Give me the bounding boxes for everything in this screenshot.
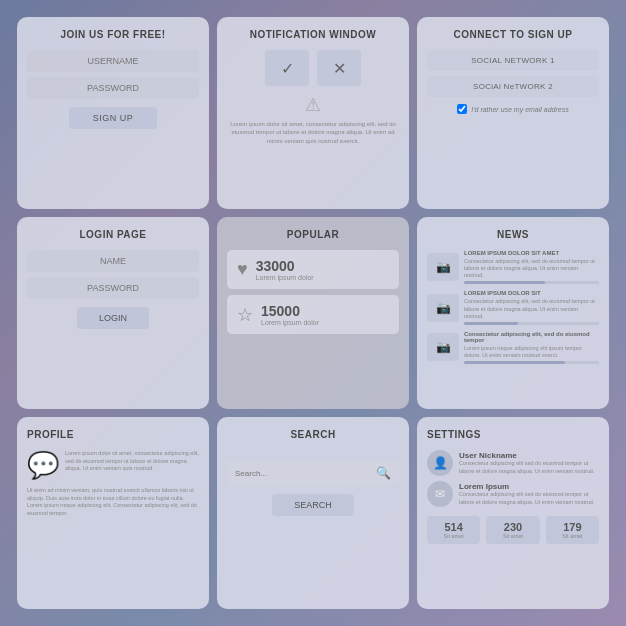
popular-label-2: Lorem ipsum dolor (261, 319, 319, 326)
notification-buttons: ✓ ✕ (265, 50, 361, 86)
stat-label-3: Sit amet (554, 533, 591, 539)
news-image-3: 📷 (427, 333, 459, 361)
search-title: SEARCH (290, 429, 335, 440)
settings-title: SETTINGS (427, 429, 481, 440)
stat-label-2: Sit amet (494, 533, 531, 539)
news-text-3: Consectetur adipiscing elit, sed do eius… (464, 331, 599, 364)
profile-top: 💬 Lorem ipsum dolor sit amet, consectetu… (27, 450, 199, 481)
email-label: I'd rather use my email address (471, 106, 568, 113)
email-checkbox[interactable] (457, 104, 467, 114)
settings-user-row: 👤 User Nickname Consectetur adipiscing e… (427, 450, 599, 476)
login-card: LOGIN PAGE LOGIN (17, 217, 209, 409)
notification-text: Lorem ipsum dolor sit amet, consectetur … (227, 120, 399, 145)
stat-number-3: 179 (554, 521, 591, 533)
news-card: NEWS 📷 LOREM IPSUM DOLOR SIT AMET Consec… (417, 217, 609, 409)
news-bar-fill-2 (464, 322, 518, 325)
news-body-2: Consectetur adipiscing elit, sed do eius… (464, 298, 599, 319)
cross-button[interactable]: ✕ (317, 50, 361, 86)
news-heading-3: Consectetur adipiscing elit, sed do eius… (464, 331, 599, 343)
user-nickname: User Nickname (459, 451, 599, 460)
notification-card: NOTIFICATION WINDOW ✓ ✕ ⚠ Lorem ipsum do… (217, 17, 409, 209)
social1-button[interactable]: SOCIAL NETWORK 1 (427, 50, 599, 71)
login-title: LOGIN PAGE (79, 229, 146, 240)
profile-title: PROFILE (27, 429, 74, 440)
stats-row: 514 Sit amet 230 Sit amet 179 Sit amet (427, 516, 599, 544)
settings-mail-row: ✉ Lorem Ipsum Consectetur adipiscing eli… (427, 481, 599, 507)
stat-number-1: 514 (435, 521, 472, 533)
popular-item-2-text: 15000 Lorem ipsum dolor (261, 303, 319, 326)
search-input-wrapper: 🔍 (227, 460, 399, 486)
popular-card: POPULAR ♥ 33000 Lorem ipsum dolor ☆ 1500… (217, 217, 409, 409)
signup-button[interactable]: SIGN UP (69, 107, 158, 129)
stat-2: 230 Sit amet (486, 516, 539, 544)
popular-label-1: Lorem ipsum dolor (256, 274, 314, 281)
check-icon: ✓ (281, 59, 294, 78)
lorem-desc: Consectetur adipiscing elit sed do eiusm… (459, 491, 599, 505)
chat-icon: 💬 (27, 450, 59, 481)
news-image-1: 📷 (427, 253, 459, 281)
name-input[interactable] (27, 250, 199, 272)
stat-number-2: 230 (494, 521, 531, 533)
star-icon: ☆ (237, 304, 253, 326)
news-bar-fill-1 (464, 281, 545, 284)
news-body-3: Lorem ipsum neque adipiscing elit ipsum … (464, 345, 599, 359)
search-button[interactable]: SEARCH (272, 494, 354, 516)
username-input[interactable] (27, 50, 199, 72)
join-card: JOIN US FOR FREE! SIGN UP (17, 17, 209, 209)
cross-icon: ✕ (333, 59, 346, 78)
mail-icon: ✉ (427, 481, 453, 507)
connect-title: CONNECT TO SIGN UP (454, 29, 573, 40)
news-bar-fill-3 (464, 361, 565, 364)
social2-button[interactable]: SOCiAl NeTWORK 2 (427, 76, 599, 97)
news-image-2: 📷 (427, 294, 459, 322)
search-icon-button[interactable]: 🔍 (376, 466, 391, 480)
news-title: NEWS (497, 229, 529, 240)
lorem-text-block: Lorem Ipsum Consectetur adipiscing elit … (459, 482, 599, 505)
news-item-3: 📷 Consectetur adipiscing elit, sed do ei… (427, 331, 599, 364)
heart-icon: ♥ (237, 259, 248, 280)
stat-3: 179 Sit amet (546, 516, 599, 544)
user-text-block: User Nickname Consectetur adipiscing eli… (459, 451, 599, 474)
popular-count-2: 15000 (261, 303, 319, 319)
news-text-2: LOREM IPSUM DOLOR SIT Consectetur adipis… (464, 290, 599, 324)
user-desc: Consectetur adipiscing elit sed do eiusm… (459, 460, 599, 474)
user-avatar-icon: 👤 (433, 456, 448, 470)
stat-label-1: Sit amet (435, 533, 472, 539)
popular-item-1: ♥ 33000 Lorem ipsum dolor (227, 250, 399, 289)
news-item-2: 📷 LOREM IPSUM DOLOR SIT Consectetur adip… (427, 290, 599, 324)
profile-top-text: Lorem ipsum dolor sit amet, consectetur … (65, 450, 199, 481)
news-bar-3 (464, 361, 599, 364)
popular-count-1: 33000 (256, 258, 314, 274)
search-card: SEARCH 🔍 SEARCH (217, 417, 409, 609)
news-heading-2: LOREM IPSUM DOLOR SIT (464, 290, 599, 296)
popular-item-2: ☆ 15000 Lorem ipsum dolor (227, 295, 399, 334)
profile-bottom-text: Ut enim ad minim veniam, quis nostrud ex… (27, 487, 199, 518)
notification-title: NOTIFICATION WINDOW (250, 29, 377, 40)
main-grid: JOIN US FOR FREE! SIGN UP NOTIFICATION W… (9, 9, 617, 617)
join-title: JOIN US FOR FREE! (60, 29, 165, 40)
stat-1: 514 Sit amet (427, 516, 480, 544)
email-row: I'd rather use my email address (457, 104, 568, 114)
envelope-icon: ✉ (435, 487, 445, 501)
login-button[interactable]: LOGIN (77, 307, 149, 329)
connect-card: CONNECT TO SIGN UP SOCIAL NETWORK 1 SOCi… (417, 17, 609, 209)
password-input[interactable] (27, 77, 199, 99)
popular-item-1-text: 33000 Lorem ipsum dolor (256, 258, 314, 281)
search-input[interactable] (235, 469, 376, 478)
user-icon: 👤 (427, 450, 453, 476)
news-item-1: 📷 LOREM IPSUM DOLOR SIT AMET Consectetur… (427, 250, 599, 284)
news-text-1: LOREM IPSUM DOLOR SIT AMET Consectetur a… (464, 250, 599, 284)
lorem-name: Lorem Ipsum (459, 482, 599, 491)
news-bar-1 (464, 281, 599, 284)
settings-card: SETTINGS 👤 User Nickname Consectetur adi… (417, 417, 609, 609)
popular-title: POPULAR (287, 229, 339, 240)
login-password-input[interactable] (27, 277, 199, 299)
news-heading-1: LOREM IPSUM DOLOR SIT AMET (464, 250, 599, 256)
check-button[interactable]: ✓ (265, 50, 309, 86)
news-body-1: Consectetur adipiscing elit, sed do eius… (464, 258, 599, 279)
profile-card: PROFILE 💬 Lorem ipsum dolor sit amet, co… (17, 417, 209, 609)
warning-icon: ⚠ (305, 94, 321, 116)
search-icon: 🔍 (376, 466, 391, 480)
news-bar-2 (464, 322, 599, 325)
